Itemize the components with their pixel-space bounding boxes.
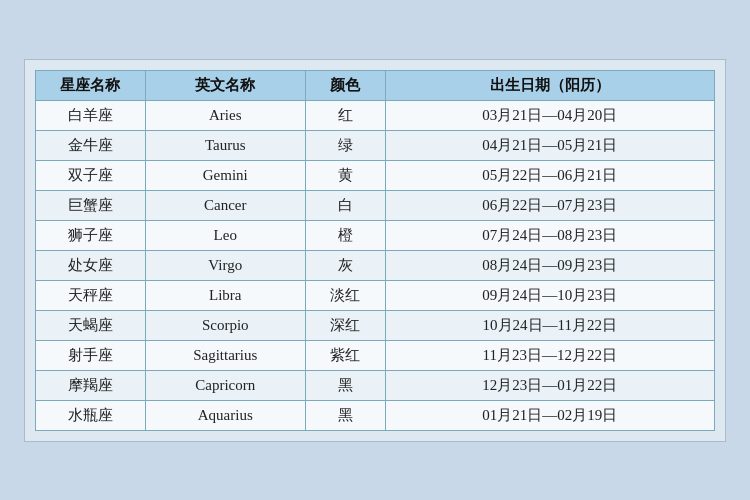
cell-color: 淡红 xyxy=(305,280,385,310)
table-row: 摩羯座Capricorn黑12月23日—01月22日 xyxy=(36,370,715,400)
cell-color: 绿 xyxy=(305,130,385,160)
cell-english: Sagittarius xyxy=(145,340,305,370)
header-english: 英文名称 xyxy=(145,70,305,100)
cell-color: 橙 xyxy=(305,220,385,250)
cell-chinese: 金牛座 xyxy=(36,130,146,160)
cell-date: 03月21日—04月20日 xyxy=(385,100,714,130)
cell-chinese: 天蝎座 xyxy=(36,310,146,340)
cell-chinese: 摩羯座 xyxy=(36,370,146,400)
cell-date: 10月24日—11月22日 xyxy=(385,310,714,340)
table-row: 狮子座Leo橙07月24日—08月23日 xyxy=(36,220,715,250)
cell-color: 紫红 xyxy=(305,340,385,370)
cell-chinese: 处女座 xyxy=(36,250,146,280)
header-color: 颜色 xyxy=(305,70,385,100)
table-row: 金牛座Taurus绿04月21日—05月21日 xyxy=(36,130,715,160)
zodiac-table-container: 星座名称 英文名称 颜色 出生日期（阳历） 白羊座Aries红03月21日—04… xyxy=(24,59,726,442)
cell-date: 01月21日—02月19日 xyxy=(385,400,714,430)
cell-date: 06月22日—07月23日 xyxy=(385,190,714,220)
cell-english: Scorpio xyxy=(145,310,305,340)
cell-date: 12月23日—01月22日 xyxy=(385,370,714,400)
cell-date: 09月24日—10月23日 xyxy=(385,280,714,310)
cell-color: 黑 xyxy=(305,370,385,400)
cell-date: 05月22日—06月21日 xyxy=(385,160,714,190)
table-row: 处女座Virgo灰08月24日—09月23日 xyxy=(36,250,715,280)
cell-english: Virgo xyxy=(145,250,305,280)
cell-chinese: 双子座 xyxy=(36,160,146,190)
cell-date: 08月24日—09月23日 xyxy=(385,250,714,280)
cell-english: Libra xyxy=(145,280,305,310)
cell-english: Gemini xyxy=(145,160,305,190)
cell-color: 深红 xyxy=(305,310,385,340)
cell-color: 黄 xyxy=(305,160,385,190)
cell-english: Aries xyxy=(145,100,305,130)
cell-date: 11月23日—12月22日 xyxy=(385,340,714,370)
table-row: 巨蟹座Cancer白06月22日—07月23日 xyxy=(36,190,715,220)
cell-color: 灰 xyxy=(305,250,385,280)
header-chinese: 星座名称 xyxy=(36,70,146,100)
header-date: 出生日期（阳历） xyxy=(385,70,714,100)
cell-color: 黑 xyxy=(305,400,385,430)
cell-date: 07月24日—08月23日 xyxy=(385,220,714,250)
cell-chinese: 狮子座 xyxy=(36,220,146,250)
table-header-row: 星座名称 英文名称 颜色 出生日期（阳历） xyxy=(36,70,715,100)
table-row: 天蝎座Scorpio深红10月24日—11月22日 xyxy=(36,310,715,340)
table-row: 双子座Gemini黄05月22日—06月21日 xyxy=(36,160,715,190)
cell-english: Cancer xyxy=(145,190,305,220)
cell-chinese: 天秤座 xyxy=(36,280,146,310)
cell-color: 红 xyxy=(305,100,385,130)
cell-english: Aquarius xyxy=(145,400,305,430)
cell-english: Taurus xyxy=(145,130,305,160)
table-row: 水瓶座Aquarius黑01月21日—02月19日 xyxy=(36,400,715,430)
cell-english: Leo xyxy=(145,220,305,250)
cell-chinese: 射手座 xyxy=(36,340,146,370)
cell-english: Capricorn xyxy=(145,370,305,400)
cell-chinese: 白羊座 xyxy=(36,100,146,130)
zodiac-table: 星座名称 英文名称 颜色 出生日期（阳历） 白羊座Aries红03月21日—04… xyxy=(35,70,715,431)
table-row: 射手座Sagittarius紫红11月23日—12月22日 xyxy=(36,340,715,370)
table-row: 天秤座Libra淡红09月24日—10月23日 xyxy=(36,280,715,310)
table-row: 白羊座Aries红03月21日—04月20日 xyxy=(36,100,715,130)
cell-chinese: 巨蟹座 xyxy=(36,190,146,220)
cell-chinese: 水瓶座 xyxy=(36,400,146,430)
cell-date: 04月21日—05月21日 xyxy=(385,130,714,160)
cell-color: 白 xyxy=(305,190,385,220)
